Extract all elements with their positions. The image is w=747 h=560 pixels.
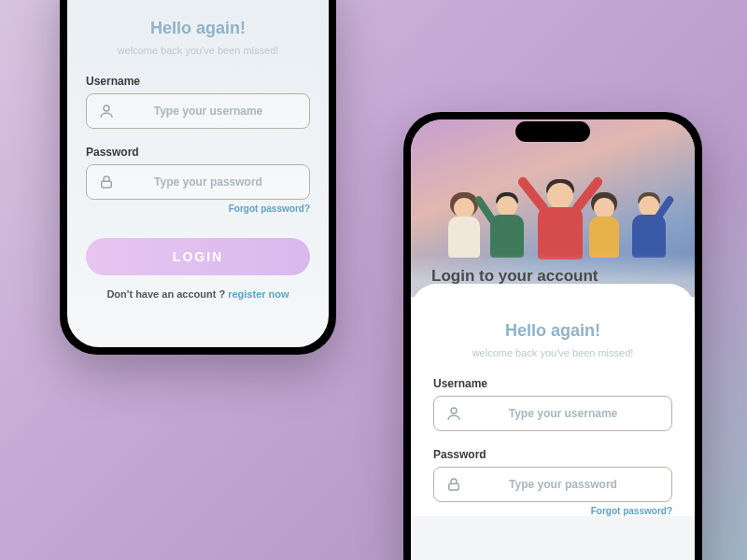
phone-1-screen: Hello again! welcome back you've been mi… <box>67 0 329 347</box>
hello-heading: Hello again! <box>86 19 310 38</box>
signup-row: Don't have an account ? register now <box>86 288 310 300</box>
svg-rect-1 <box>102 182 112 189</box>
username-label: Username <box>86 75 310 88</box>
user-icon <box>96 103 117 119</box>
password-input-wrap-2[interactable] <box>433 467 672 502</box>
login-button[interactable]: LOGIN <box>86 238 310 275</box>
phone-mockup-1: Hello again! welcome back you've been mi… <box>60 0 336 355</box>
login-card: Hello again! welcome back you've been mi… <box>411 284 695 516</box>
welcome-subheading-2: welcome back you've been missed! <box>433 346 672 360</box>
user-icon <box>444 405 464 422</box>
username-input[interactable] <box>117 105 300 118</box>
svg-rect-3 <box>449 484 459 491</box>
password-input-2[interactable] <box>464 478 662 491</box>
phone-2-screen: Login to your account Hello again! welco… <box>411 119 695 560</box>
phone-mockup-2: Login to your account Hello again! welco… <box>403 112 702 560</box>
username-input-2[interactable] <box>464 407 662 420</box>
forgot-password-link-2[interactable]: Forgot password? <box>433 506 672 516</box>
svg-point-2 <box>451 408 457 413</box>
phone-notch <box>515 121 590 142</box>
hero-illustration: Login to your account <box>411 119 695 297</box>
password-label-2: Password <box>433 448 672 461</box>
hello-heading-2: Hello again! <box>433 321 672 341</box>
lock-icon <box>96 174 117 190</box>
password-label: Password <box>86 146 310 159</box>
lock-icon <box>444 476 464 493</box>
svg-point-0 <box>104 105 109 111</box>
username-input-wrap-2[interactable] <box>433 396 672 431</box>
username-label-2: Username <box>433 377 672 390</box>
password-input[interactable] <box>117 175 300 189</box>
forgot-password-link[interactable]: Forgot password? <box>86 203 310 214</box>
signup-prompt: Don't have an account ? <box>106 288 228 300</box>
password-input-wrap[interactable] <box>86 164 310 200</box>
username-input-wrap[interactable] <box>86 93 310 129</box>
register-link[interactable]: register now <box>228 288 289 300</box>
welcome-subheading: welcome back you've been missed! <box>86 44 310 58</box>
